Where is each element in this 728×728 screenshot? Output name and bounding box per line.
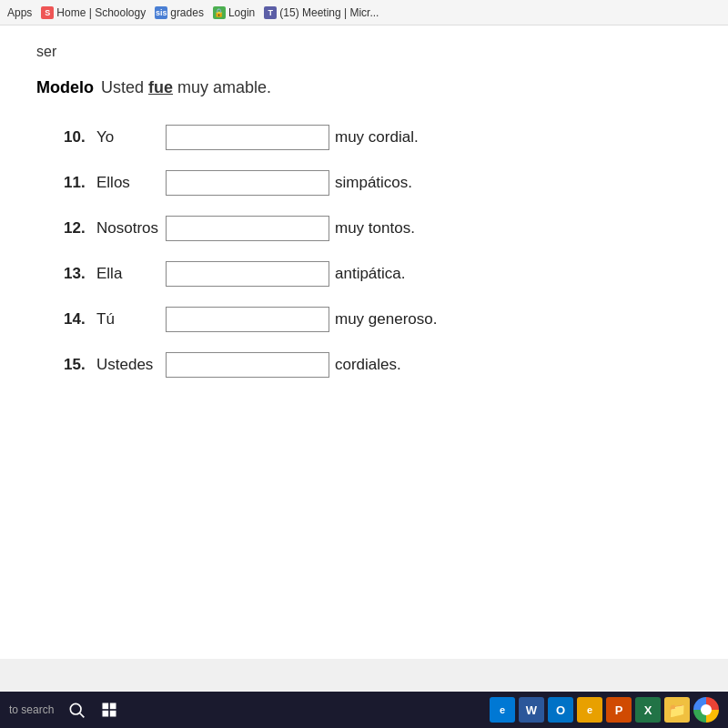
- exercise-ending-10: muy cordial.: [335, 128, 419, 147]
- meeting-label: (15) Meeting | Micr...: [279, 6, 379, 19]
- exercise-subject-10: Yo: [96, 128, 160, 147]
- taskbar-apps: e W O e P X 📁: [490, 697, 719, 723]
- chrome-icon[interactable]: [693, 697, 719, 723]
- excel-icon[interactable]: X: [635, 697, 661, 723]
- svg-rect-4: [103, 711, 109, 717]
- svg-line-1: [80, 713, 85, 718]
- exercise-list: 10. Yo muy cordial. 11. Ellos simpáticos…: [36, 125, 692, 378]
- modelo-text: Usted fue muy amable.: [101, 78, 271, 97]
- exercise-row-13: 13. Ella antipática.: [64, 261, 692, 287]
- exercise-row-12: 12. Nosotros muy tontos.: [64, 216, 692, 241]
- exercise-number-13: 13.: [64, 265, 91, 283]
- outlook-icon[interactable]: O: [548, 697, 573, 723]
- exercise-input-14[interactable]: [166, 307, 329, 332]
- schoology-label: Home | Schoology: [56, 6, 146, 19]
- exercise-number-11: 11.: [64, 174, 91, 192]
- exercise-input-10[interactable]: [166, 125, 329, 150]
- main-content: ser Modelo Usted fue muy amable. 10. Yo …: [0, 25, 728, 659]
- ie-icon[interactable]: e: [577, 697, 602, 723]
- ser-label: ser: [36, 44, 692, 60]
- taskbar: to search e W O e P X 📁: [0, 692, 728, 728]
- bookmark-login[interactable]: 🔒 Login: [213, 6, 255, 19]
- exercise-subject-13: Ella: [96, 265, 160, 283]
- grades-label: grades: [170, 6, 204, 19]
- exercise-subject-11: Ellos: [96, 174, 160, 192]
- modelo-text-after: muy amable.: [173, 78, 271, 96]
- svg-rect-5: [110, 711, 116, 717]
- exercise-number-14: 14.: [64, 310, 91, 329]
- exercise-number-15: 15.: [64, 356, 91, 374]
- schoology-icon: S: [41, 6, 54, 19]
- modelo-underlined-word: fue: [148, 78, 173, 96]
- bookmark-meeting[interactable]: T (15) Meeting | Micr...: [264, 6, 379, 19]
- exercise-number-10: 10.: [64, 128, 91, 147]
- bookmark-apps[interactable]: Apps: [7, 6, 32, 19]
- search-button[interactable]: [63, 696, 90, 723]
- apps-label: Apps: [7, 6, 32, 19]
- ppt-icon[interactable]: P: [606, 697, 632, 723]
- bookmark-bar: Apps S Home | Schoology sis grades 🔒 Log…: [0, 0, 728, 25]
- exercise-ending-13: antipática.: [335, 265, 406, 283]
- modelo-label: Modelo: [36, 78, 94, 97]
- exercise-input-15[interactable]: [166, 352, 329, 378]
- exercise-row-15: 15. Ustedes cordiales.: [64, 352, 692, 378]
- exercise-input-11[interactable]: [166, 170, 329, 196]
- exercise-row-10: 10. Yo muy cordial.: [64, 125, 692, 150]
- task-view-button[interactable]: [96, 696, 123, 723]
- svg-point-0: [71, 703, 82, 714]
- modelo-row: Modelo Usted fue muy amable.: [36, 78, 692, 97]
- bookmark-schoology[interactable]: S Home | Schoology: [41, 6, 146, 19]
- login-label: Login: [228, 6, 255, 19]
- login-icon: 🔒: [213, 6, 226, 19]
- exercise-subject-15: Ustedes: [96, 356, 160, 374]
- meeting-icon: T: [264, 6, 277, 19]
- exercise-subject-12: Nosotros: [96, 219, 160, 238]
- exercise-row-14: 14. Tú muy generoso.: [64, 307, 692, 332]
- exercise-number-12: 12.: [64, 219, 91, 238]
- exercise-ending-11: simpáticos.: [335, 174, 412, 192]
- svg-rect-2: [103, 703, 109, 710]
- exercise-ending-15: cordiales.: [335, 356, 401, 374]
- modelo-text-before: Usted: [101, 78, 148, 96]
- exercise-ending-14: muy generoso.: [335, 310, 437, 329]
- exercise-ending-12: muy tontos.: [335, 219, 415, 238]
- bookmark-grades[interactable]: sis grades: [155, 6, 204, 19]
- svg-rect-3: [110, 703, 116, 710]
- exercise-row-11: 11. Ellos simpáticos.: [64, 170, 692, 196]
- taskbar-search-label: to search: [9, 703, 54, 716]
- folder-icon[interactable]: 📁: [664, 697, 690, 723]
- edge-icon[interactable]: e: [490, 697, 515, 723]
- exercise-subject-14: Tú: [96, 310, 160, 329]
- sis-icon: sis: [155, 6, 167, 19]
- word-icon[interactable]: W: [519, 697, 544, 723]
- exercise-input-13[interactable]: [166, 261, 329, 287]
- exercise-input-12[interactable]: [166, 216, 329, 241]
